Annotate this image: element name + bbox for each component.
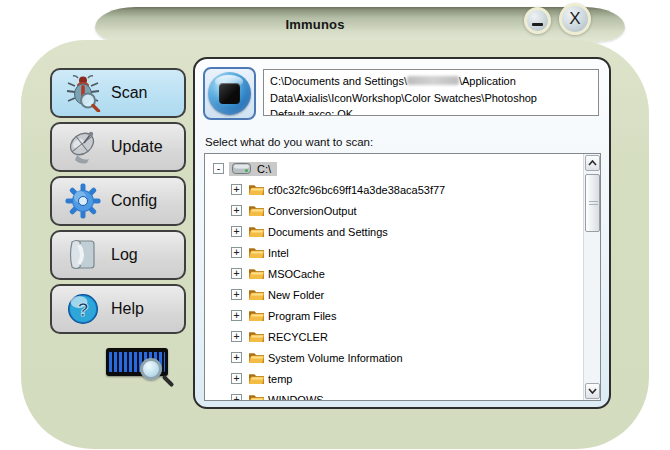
- tree-folder-row[interactable]: + Program Files: [205, 305, 583, 326]
- gear-icon: [64, 182, 102, 220]
- tree-folder-label[interactable]: System Volume Information: [265, 351, 406, 365]
- tree-folder-row[interactable]: + MSOCache: [205, 263, 583, 284]
- folder-icon: [248, 267, 265, 280]
- folder-icon: [248, 372, 265, 385]
- folder-icon: [248, 183, 265, 196]
- tree-folder-label[interactable]: Intel: [265, 246, 292, 260]
- sidebar-button-config[interactable]: Config: [50, 176, 186, 226]
- folder-icon: [248, 204, 265, 217]
- expand-icon[interactable]: +: [231, 226, 242, 237]
- expand-icon[interactable]: +: [231, 184, 242, 195]
- tree-folder-row[interactable]: + Intel: [205, 242, 583, 263]
- scrollbar-up-button[interactable]: [585, 155, 600, 171]
- tree-folder-row[interactable]: + WINDOWS: [205, 389, 583, 400]
- tree-folder-label[interactable]: Program Files: [265, 309, 339, 323]
- minimize-icon: [532, 23, 543, 26]
- expand-icon[interactable]: +: [231, 289, 242, 300]
- tree-folder-label[interactable]: temp: [265, 372, 295, 386]
- tree-root-row[interactable]: - C:\: [205, 158, 583, 179]
- expand-icon[interactable]: +: [231, 310, 242, 321]
- scan-tree: - C:\ +: [204, 153, 601, 401]
- stop-orb-icon: [208, 72, 251, 115]
- close-button[interactable]: X: [559, 3, 591, 35]
- sidebar-label-config: Config: [111, 192, 157, 210]
- folder-icon: [248, 309, 265, 322]
- tree-folder-row[interactable]: + New Folder: [205, 284, 583, 305]
- folder-icon: [248, 288, 265, 301]
- question-sphere-icon: ?: [64, 290, 102, 328]
- scroll-icon: [64, 236, 102, 274]
- expand-icon[interactable]: +: [231, 268, 242, 279]
- redacted-username: [407, 76, 459, 85]
- scrollbar-grip: [589, 201, 598, 207]
- folder-icon: [248, 246, 265, 259]
- folder-icon: [248, 393, 265, 400]
- tree-folder-label[interactable]: ConversionOutput: [265, 204, 360, 218]
- svg-text:?: ?: [77, 299, 89, 320]
- collapse-icon[interactable]: -: [213, 163, 224, 174]
- tree-folder-row[interactable]: + System Volume Information: [205, 347, 583, 368]
- folder-icon: [248, 330, 265, 343]
- tree-root-label[interactable]: C:\: [255, 163, 273, 175]
- expand-icon[interactable]: +: [231, 331, 242, 342]
- sidebar-button-help[interactable]: ? Help: [50, 284, 186, 334]
- stop-scan-button[interactable]: [203, 67, 256, 120]
- expand-icon[interactable]: +: [231, 373, 242, 384]
- chevron-up-icon: [588, 160, 597, 166]
- tree-folder-label[interactable]: WINDOWS: [265, 393, 327, 401]
- sidebar-button-update[interactable]: Update: [50, 122, 186, 172]
- close-icon: X: [569, 9, 580, 29]
- tree-folder-row[interactable]: + temp: [205, 368, 583, 389]
- tree-folder-label[interactable]: MSOCache: [265, 267, 328, 281]
- tree-root-selection[interactable]: C:\: [229, 162, 277, 176]
- expand-icon[interactable]: +: [231, 247, 242, 258]
- tree-folder-row[interactable]: + cf0c32fc96bc69ff14a3de38aca53f77: [205, 179, 583, 200]
- window-title: Immunos: [95, 17, 535, 32]
- folder-icon: [248, 225, 265, 238]
- tree-scrollbar[interactable]: [583, 154, 600, 400]
- bug-magnifier-icon: [64, 74, 102, 112]
- expand-icon[interactable]: +: [231, 394, 242, 400]
- drive-icon: [232, 163, 251, 174]
- scan-panel: C:\Documents and Settings\\Application D…: [193, 57, 611, 409]
- sidebar-button-log[interactable]: Log: [50, 230, 186, 280]
- satellite-dish-icon: [64, 128, 102, 166]
- tree-rows: - C:\ +: [205, 154, 583, 400]
- sidebar-label-scan: Scan: [111, 84, 147, 102]
- minimize-button[interactable]: [524, 7, 551, 34]
- tree-folder-row[interactable]: + ConversionOutput: [205, 200, 583, 221]
- sidebar-button-scan[interactable]: Scan: [50, 68, 186, 118]
- sidebar-label-update: Update: [111, 138, 163, 156]
- chevron-down-icon: [588, 388, 597, 394]
- scan-progress-magnifier-icon: [106, 346, 172, 380]
- sidebar-label-help: Help: [111, 300, 144, 318]
- select-scan-label: Select what do you want to scan:: [205, 136, 373, 148]
- tree-folder-label[interactable]: RECYCLER: [265, 330, 331, 344]
- folder-icon: [248, 351, 265, 364]
- expand-icon[interactable]: +: [231, 352, 242, 363]
- immunos-window: Immunos X Scan: [0, 0, 670, 450]
- sidebar-label-log: Log: [111, 246, 138, 264]
- scan-status-box: C:\Documents and Settings\\Application D…: [263, 69, 599, 116]
- tree-folder-label[interactable]: New Folder: [265, 288, 327, 302]
- expand-icon[interactable]: +: [231, 205, 242, 216]
- scan-status-prefix: C:\Documents and Settings\: [270, 75, 407, 87]
- scrollbar-thumb[interactable]: [585, 174, 600, 232]
- tree-folder-label[interactable]: cf0c32fc96bc69ff14a3de38aca53f77: [265, 183, 448, 197]
- tree-folder-label[interactable]: Documents and Settings: [265, 225, 391, 239]
- magnifier-lens-icon: [140, 358, 162, 380]
- tree-folder-row[interactable]: + RECYCLER: [205, 326, 583, 347]
- tree-folder-row[interactable]: + Documents and Settings: [205, 221, 583, 242]
- scrollbar-down-button[interactable]: [585, 383, 600, 399]
